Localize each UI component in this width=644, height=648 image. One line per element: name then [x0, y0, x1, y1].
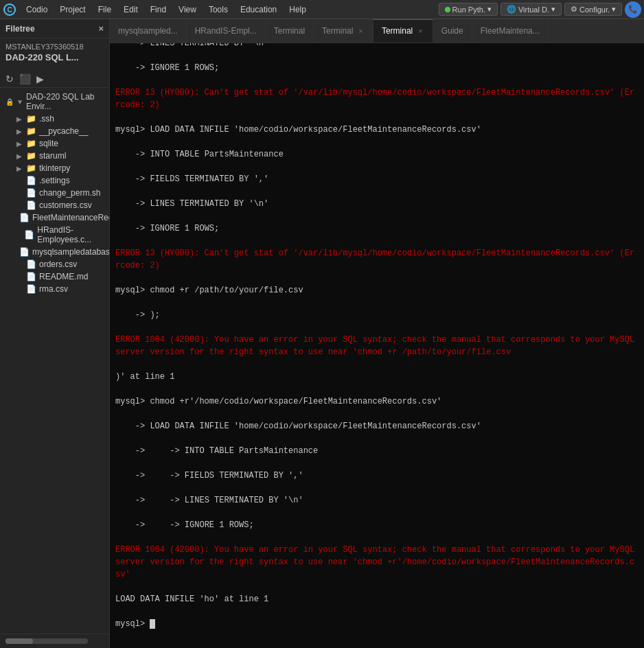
file-tree: 🔒 ▼ DAD-220 SQL Lab Envir... ▶ 📁 .ssh ▶ …	[0, 88, 109, 634]
tab-close-terminal-2[interactable]: ×	[357, 26, 364, 36]
main-layout: Filetree × MSTANLEY375360518 DAD-220 SQL…	[0, 19, 644, 648]
term-line: mysql> chmod +r /path/to/your/file.csv	[115, 284, 639, 297]
tree-label-mysql: mysqlsampledatabas...	[32, 247, 109, 257]
tab-hrands-empl[interactable]: HRandIS-Empl...	[187, 19, 266, 43]
tree-item-tkinterpy[interactable]: ▶ 📁 tkinterpy	[0, 162, 109, 174]
tab-terminal-2[interactable]: Terminal ×	[314, 19, 373, 43]
tree-item-mysql[interactable]: 📄 mysqlsampledatabas...	[0, 246, 109, 258]
refresh-icon[interactable]: ↻	[5, 73, 14, 84]
tab-label-fleet: FleetMaintena...	[481, 26, 540, 36]
menu-tools[interactable]: Tools	[203, 3, 233, 16]
menu-help[interactable]: Help	[284, 3, 312, 16]
tree-label-change-perm: change_perm.sh	[39, 188, 100, 198]
tree-item-ssh[interactable]: ▶ 📁 .ssh	[0, 113, 109, 125]
tab-label-terminal-1: Terminal	[274, 26, 305, 36]
file-icon: 📄	[19, 213, 30, 222]
virtual-desktop-button[interactable]: 🌐 Virtual D. ▾	[501, 3, 562, 16]
file-icon: 📄	[26, 272, 36, 281]
sidebar: Filetree × MSTANLEY375360518 DAD-220 SQL…	[0, 19, 110, 648]
menu-actions: Run Pyth. ▾ 🌐 Virtual D. ▾ ⚙ Configur. ▾…	[439, 1, 641, 18]
tab-close-terminal-3[interactable]: ×	[417, 26, 424, 36]
scrollbar-thumb	[5, 638, 33, 644]
filetree-title: Filetree	[5, 24, 35, 34]
tree-item-settings[interactable]: 📄 .settings	[0, 174, 109, 187]
virtual-chevron-icon: ▾	[551, 5, 555, 14]
menu-project[interactable]: Project	[54, 3, 91, 16]
tree-item-root[interactable]: 🔒 ▼ DAD-220 SQL Lab Envir...	[0, 91, 109, 113]
term-line: mysql> chmod +r'/home/codio/workspace/Fl…	[115, 395, 639, 408]
tree-label-orders: orders.csv	[39, 259, 77, 269]
tree-label-hrands: HRandIS-Employees.c...	[37, 225, 104, 244]
term-line: -> LOAD DATA INFILE 'home/codio/workspac…	[115, 420, 639, 432]
tab-label-hrands-empl: HRandIS-Empl...	[195, 26, 257, 36]
tab-terminal-3[interactable]: Terminal ×	[373, 19, 433, 43]
tree-item-staruml[interactable]: ▶ 📁 staruml	[0, 150, 109, 162]
tree-label-sqlite: sqlite	[39, 139, 58, 148]
folder-icon: 📁	[26, 163, 36, 173]
file-icon: 📄	[26, 188, 36, 198]
term-line: mysql>	[115, 618, 639, 630]
phone-button[interactable]: 📞	[625, 1, 641, 18]
tree-item-readme[interactable]: 📄 README.md	[0, 270, 109, 283]
tree-item-customers[interactable]: 📄 customers.csv	[0, 199, 109, 211]
tree-label-customers: customers.csv	[39, 200, 92, 210]
menu-find[interactable]: Find	[145, 3, 172, 16]
split-icon[interactable]: ⬛	[19, 73, 31, 84]
run-status-dot	[445, 7, 450, 12]
tab-label-terminal-2: Terminal	[322, 26, 353, 36]
configure-button[interactable]: ⚙ Configur. ▾	[564, 3, 622, 16]
run-chevron-icon: ▾	[487, 5, 492, 14]
run-label: Run Pyth.	[452, 5, 485, 14]
chevron-right-icon: ▶	[16, 128, 23, 135]
terminal-output[interactable]: +--------------------+ 7 rows in set (0.…	[110, 43, 644, 648]
term-line: ERROR 13 (HY000): Can't get stat of '/va…	[115, 86, 639, 111]
tab-label-mysqlsampled: mysqlsampled...	[118, 26, 178, 36]
menu-file[interactable]: File	[93, 3, 117, 16]
terminal-cursor	[150, 619, 155, 629]
tree-item-sqlite[interactable]: ▶ 📁 sqlite	[0, 137, 109, 150]
tree-item-hrands[interactable]: 📄 HRandIS-Employees.c...	[0, 224, 109, 246]
tab-label-guide: Guide	[441, 26, 463, 36]
tree-item-fleet[interactable]: 📄 FleetMaintenanceRec...	[0, 211, 109, 224]
folder-icon: 📁	[26, 139, 36, 148]
menu-view[interactable]: View	[173, 3, 202, 16]
tree-item-orders[interactable]: 📄 orders.csv	[0, 258, 109, 270]
menu-education[interactable]: Education	[235, 3, 282, 16]
chevron-down-icon: ▼	[16, 98, 23, 106]
tree-item-pycache[interactable]: ▶ 📁 __pycache__	[0, 125, 109, 137]
tree-item-rma[interactable]: 📄 rma.csv	[0, 283, 109, 295]
username: MSTANLEY375360518	[5, 43, 104, 51]
term-line: mysql> LOAD DATA INFILE 'home/codio/work…	[115, 124, 639, 136]
term-line: -> LINES TERMINATED BY '\n'	[115, 43, 639, 49]
configure-label: Configur.	[579, 5, 610, 14]
term-line: -> LINES TERMINATED BY '\n'	[115, 198, 639, 210]
tree-label-rma: rma.csv	[39, 284, 68, 294]
editor-area: mysqlsampled... HRandIS-Empl... Terminal…	[110, 19, 644, 648]
tab-mysqlsampled[interactable]: mysqlsampled...	[110, 19, 187, 43]
lock-icon: 🔒	[5, 98, 14, 106]
run-python-button[interactable]: Run Pyth. ▾	[439, 3, 498, 16]
term-line: -> IGNORE 1 ROWS;	[115, 62, 639, 74]
sidebar-header: Filetree ×	[0, 19, 109, 38]
sidebar-scrollbar[interactable]	[5, 638, 88, 644]
sidebar-close-button[interactable]: ×	[98, 23, 104, 34]
menu-edit[interactable]: Edit	[118, 3, 143, 16]
svg-text:C: C	[7, 6, 12, 14]
term-line: -> INTO TABLE PartsMaintenance	[115, 148, 639, 161]
tab-fleet[interactable]: FleetMaintena...	[472, 19, 549, 43]
user-section: MSTANLEY375360518 DAD-220 SQL L...	[0, 38, 109, 71]
term-line: ERROR 1064 (42000): You have an error in…	[115, 334, 639, 358]
tree-item-change-perm[interactable]: 📄 change_perm.sh	[0, 187, 109, 199]
tab-label-terminal-3: Terminal	[382, 26, 413, 36]
file-icon: 📄	[19, 247, 30, 257]
tree-label-readme: README.md	[39, 272, 88, 281]
app-logo[interactable]: C	[3, 3, 16, 16]
chevron-right-icon: ▶	[16, 140, 23, 148]
menu-codio[interactable]: Codio	[21, 3, 53, 16]
play-icon[interactable]: ▶	[36, 73, 44, 84]
file-icon: 📄	[24, 230, 34, 240]
tab-terminal-1[interactable]: Terminal	[266, 19, 314, 43]
folder-icon: 📁	[26, 151, 36, 161]
chevron-right-icon: ▶	[16, 115, 23, 123]
tab-guide[interactable]: Guide	[433, 19, 472, 43]
